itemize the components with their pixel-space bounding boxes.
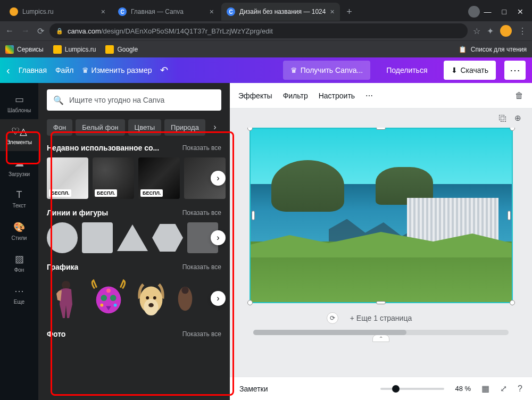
favicon-icon [10, 7, 18, 16]
bookmark-lumpics[interactable]: Lumpics.ru [53, 45, 96, 54]
horizontal-scrollbar[interactable] [253, 330, 509, 335]
search-input[interactable]: 🔍 Ищите что угодно на Canva [47, 89, 221, 111]
chips-scroll-right[interactable]: › [209, 118, 221, 136]
elements-icon: ♡△ [11, 126, 27, 137]
shape-triangle[interactable] [117, 224, 148, 251]
rail-templates[interactable]: ▭Шаблоны [0, 87, 38, 119]
browser-tab-1[interactable]: C Главная — Canva × [113, 3, 219, 21]
tab-overflow-icon[interactable] [468, 6, 480, 18]
get-pro-button[interactable]: ♛Получить Canva... [283, 61, 371, 80]
delete-icon[interactable]: 🗑 [515, 91, 523, 101]
resize-handle-bl[interactable] [247, 300, 253, 305]
resize-handle-left[interactable] [252, 211, 255, 220]
section-photo-all[interactable]: Показать все [182, 330, 221, 338]
refresh-icon[interactable]: ⟳ [327, 312, 338, 324]
graphics-scroll-right[interactable]: › [211, 291, 226, 306]
canva-back-icon[interactable]: ‹ [6, 64, 10, 77]
graphic-dog[interactable] [132, 277, 170, 320]
file-menu[interactable]: Файл [55, 66, 73, 74]
rail-text[interactable]: TТекст [0, 183, 38, 215]
section-recent-all[interactable]: Показать все [182, 144, 221, 152]
search-icon: 🔍 [53, 95, 64, 105]
menu-icon[interactable]: ⋮ [518, 26, 527, 36]
add-page-button[interactable]: + Еще 1 страница ⟳ [350, 314, 412, 322]
close-icon[interactable]: × [101, 7, 105, 16]
url-input[interactable]: 🔒 canva.com/design/DAEnXoP5oSM/14Q1T37r_… [49, 23, 468, 38]
close-icon[interactable]: × [330, 7, 334, 16]
toolbar-filter[interactable]: Фильтр [283, 91, 308, 100]
svg-point-0 [62, 281, 70, 289]
section-photo-title: Фото [47, 330, 65, 338]
notes-button[interactable]: Заметки [239, 385, 268, 393]
new-tab-button[interactable]: + [342, 4, 357, 19]
reload-icon[interactable]: ⟳ [37, 26, 44, 36]
chip-white-bg[interactable]: Белый фон [76, 119, 124, 136]
fullscreen-icon[interactable]: ⤢ [500, 384, 507, 394]
help-icon[interactable]: ? [518, 384, 522, 394]
section-shapes-all[interactable]: Показать все [182, 209, 221, 216]
recent-thumb-0[interactable]: БЕСПЛ. [47, 157, 88, 199]
svg-point-10 [153, 296, 156, 299]
tab-title: Lumpics.ru [22, 8, 97, 15]
resize-handle-br[interactable] [510, 300, 515, 305]
graphic-partial[interactable] [174, 277, 196, 320]
rail-more[interactable]: ⋯Еще [0, 279, 38, 311]
page-caret-icon[interactable]: ⌃ [372, 335, 389, 342]
share-button[interactable]: Поделиться [379, 61, 435, 80]
rail-uploads[interactable]: ☁Загрузки [0, 151, 38, 183]
grid-view-icon[interactable]: ▦ [481, 384, 489, 394]
more-actions-button[interactable]: ⋯ [504, 61, 526, 80]
browser-tab-0[interactable]: Lumpics.ru × [4, 3, 111, 21]
recent-thumb-1[interactable]: БЕСПЛ. [93, 157, 134, 199]
shape-circle[interactable] [47, 222, 78, 253]
selected-image[interactable] [251, 129, 512, 302]
recent-scroll-right[interactable]: › [211, 171, 226, 186]
close-icon[interactable]: × [210, 7, 214, 16]
rail-elements[interactable]: ♡△Элементы [0, 119, 38, 151]
canvas-artboard[interactable] [250, 128, 513, 303]
chip-bg[interactable]: Фон [47, 119, 72, 136]
resize-button[interactable]: ♛Изменить размер [82, 66, 152, 74]
rail-styles[interactable]: 🎨Стили [0, 215, 38, 247]
maximize-icon[interactable]: □ [502, 7, 506, 16]
bookmark-google[interactable]: Google [105, 45, 138, 54]
star-icon[interactable]: ☆ [473, 26, 480, 36]
forward-icon: → [21, 26, 30, 36]
resize-handle-right[interactable] [508, 211, 511, 220]
recent-thumb-2[interactable]: БЕСПЛ. [138, 157, 180, 199]
rail-background[interactable]: ▨Фон [0, 247, 38, 279]
profile-avatar[interactable] [500, 25, 512, 37]
reading-list-button[interactable]: 📋 Список для чтения [459, 46, 527, 53]
svg-point-5 [100, 304, 103, 307]
zoom-slider[interactable] [380, 388, 444, 390]
folder-icon [53, 45, 62, 54]
bookmark-apps[interactable]: Сервисы [5, 45, 44, 54]
duplicate-page-icon[interactable]: ⿻ [499, 114, 507, 123]
home-link[interactable]: Главная [19, 66, 47, 74]
shape-square[interactable] [82, 222, 113, 253]
extension-icon[interactable]: ✦ [487, 26, 494, 36]
minimize-icon[interactable]: — [484, 7, 492, 16]
graphic-person[interactable] [47, 277, 85, 320]
undo-icon[interactable]: ↶ [160, 64, 168, 76]
graphic-skull[interactable] [89, 277, 128, 320]
shape-hexagon[interactable] [152, 222, 183, 253]
resize-handle-top[interactable] [376, 128, 386, 130]
back-icon[interactable]: ← [5, 26, 14, 36]
download-button[interactable]: ⬇Скачать [444, 61, 496, 80]
chip-flowers[interactable]: Цветы [128, 119, 161, 136]
chip-nature[interactable]: Природа [164, 119, 205, 136]
browser-tab-2[interactable]: C Дизайн без названия — 1024 × [221, 3, 340, 21]
zoom-value: 48 % [455, 385, 471, 393]
svg-point-3 [110, 295, 117, 301]
section-graphics-all[interactable]: Показать все [182, 263, 221, 271]
resize-handle-bottom[interactable] [376, 301, 386, 304]
toolbar-effects[interactable]: Эффекты [238, 91, 272, 100]
add-page-icon[interactable]: ⊕ [514, 113, 521, 123]
tab-title: Дизайн без названия — 1024 [239, 8, 326, 15]
toolbar-adjust[interactable]: Настроить [319, 91, 355, 100]
toolbar-more-icon[interactable]: ⋯ [365, 91, 373, 100]
shapes-scroll-right[interactable]: › [211, 230, 226, 245]
close-window-icon[interactable]: ✕ [517, 7, 523, 16]
download-icon: ⬇ [451, 66, 458, 74]
